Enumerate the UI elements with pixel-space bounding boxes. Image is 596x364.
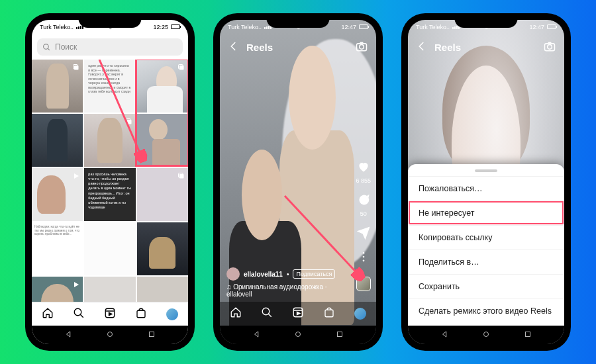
svg-rect-9 <box>179 174 184 179</box>
audio-label[interactable]: ♫ Оригинальная аудиодорожка · ellalovell <box>226 283 343 298</box>
grid-tile-bride[interactable] <box>137 60 188 113</box>
battery-icon <box>171 24 180 29</box>
svg-point-20 <box>108 332 113 336</box>
nav-home[interactable] <box>481 330 491 341</box>
explore-grid[interactable]: один раз что-то спросила и все — беремен… <box>32 60 188 302</box>
nav-recent[interactable] <box>523 330 532 341</box>
carousel-icon <box>177 62 185 74</box>
grid-tile[interactable]: один раз что-то спросила и все — беремен… <box>84 60 135 113</box>
grid-tile[interactable]: Наблюдая: когда что-то идёт не так мы ре… <box>32 222 83 275</box>
svg-rect-21 <box>149 332 154 336</box>
shop-tab[interactable] <box>135 307 147 322</box>
android-nav <box>32 326 188 344</box>
svg-rect-18 <box>137 310 145 318</box>
svg-rect-2 <box>74 66 79 70</box>
carrier: Turk Teleko.. <box>40 24 74 30</box>
svg-point-23 <box>360 44 364 49</box>
sheet-handle[interactable] <box>475 169 497 172</box>
svg-point-28 <box>262 308 270 315</box>
bottom-tabbar <box>32 302 188 326</box>
battery-icon <box>547 24 556 29</box>
sheet-option-report[interactable]: Пожаловаться… <box>408 176 564 201</box>
svg-point-35 <box>296 332 301 336</box>
carrier: Turk Teleko.. <box>228 24 262 30</box>
nav-back[interactable] <box>440 330 450 341</box>
grid-tile[interactable] <box>32 277 83 302</box>
grid-tile[interactable] <box>32 114 83 167</box>
action-rail: 6 855 50 <box>356 160 371 291</box>
action-sheet: Пожаловаться… Не интересует Копировать с… <box>408 164 564 326</box>
grid-tile-dresser[interactable] <box>137 114 188 167</box>
shop-tab[interactable] <box>323 306 335 321</box>
home-tab[interactable] <box>42 307 54 322</box>
reels-header: Reels <box>220 37 376 57</box>
bottom-tabbar <box>220 302 376 326</box>
search-tab[interactable] <box>261 306 273 321</box>
search-tab[interactable] <box>73 307 85 322</box>
profile-tab[interactable] <box>166 308 178 320</box>
svg-rect-36 <box>337 332 342 336</box>
carousel-icon <box>125 116 133 128</box>
svg-point-38 <box>548 44 552 49</box>
svg-line-1 <box>48 48 50 50</box>
more-button[interactable] <box>357 250 370 265</box>
reels-tab[interactable] <box>292 306 304 321</box>
home-tab[interactable] <box>230 306 242 321</box>
sheet-option-not-interested[interactable]: Не интересует <box>408 201 564 225</box>
svg-marker-8 <box>74 173 79 179</box>
sheet-option-copy-link[interactable]: Копировать ссылку <box>408 225 564 250</box>
grid-tile[interactable] <box>84 114 135 167</box>
author-avatar[interactable] <box>226 267 240 281</box>
battery-icon <box>359 24 368 29</box>
profile-tab[interactable] <box>354 308 366 320</box>
author-username[interactable]: ellalovella11 <box>244 271 283 278</box>
share-button[interactable] <box>357 226 370 241</box>
grid-tile[interactable] <box>32 168 83 221</box>
reels-title: Reels <box>246 42 273 53</box>
sheet-option-remix[interactable]: Сделать ремикс этого видео Reels <box>408 298 564 323</box>
notch <box>267 13 330 28</box>
nav-recent[interactable] <box>147 330 156 341</box>
sheet-option-share[interactable]: Поделиться в… <box>408 250 564 274</box>
android-nav <box>220 326 376 344</box>
nav-back[interactable] <box>64 330 74 341</box>
reel-icon <box>72 171 80 183</box>
sheet-option-save[interactable]: Сохранить <box>408 274 564 298</box>
subscribe-button[interactable]: Подписаться <box>293 269 335 279</box>
nav-home[interactable] <box>293 330 303 341</box>
comment-button[interactable] <box>357 193 370 208</box>
svg-line-29 <box>268 314 272 317</box>
nav-back[interactable] <box>252 330 262 341</box>
camera-button[interactable] <box>355 40 368 55</box>
svg-point-25 <box>362 256 364 258</box>
reels-meta: ellalovella11 • Подписаться ♫ Оригинальн… <box>226 267 343 298</box>
nav-recent[interactable] <box>335 330 344 341</box>
grid-tile[interactable] <box>32 60 83 113</box>
grid-tile[interactable] <box>137 168 188 221</box>
clock: 12:47 <box>529 24 544 30</box>
clock: 12:25 <box>153 24 168 30</box>
grid-tile[interactable] <box>84 277 135 302</box>
nav-home[interactable] <box>105 330 115 341</box>
svg-marker-17 <box>109 312 112 316</box>
grid-tile[interactable]: раз просишь человека что-то, чтобы он ра… <box>84 168 135 221</box>
grid-tile[interactable] <box>84 222 135 275</box>
camera-button[interactable] <box>543 40 556 55</box>
svg-marker-34 <box>254 331 258 336</box>
search-placeholder: Поиск <box>55 42 77 52</box>
audio-thumbnail[interactable] <box>356 277 371 291</box>
android-nav <box>408 326 564 344</box>
svg-point-26 <box>362 260 364 262</box>
grid-tile[interactable] <box>137 222 188 275</box>
reels-tab[interactable] <box>104 307 116 322</box>
like-count: 6 855 <box>356 177 371 184</box>
svg-rect-33 <box>325 310 333 317</box>
grid-tile[interactable] <box>137 277 188 302</box>
search-input[interactable]: Поиск <box>37 38 183 56</box>
notch <box>79 13 142 28</box>
svg-marker-11 <box>74 282 79 287</box>
back-button[interactable] <box>416 40 428 54</box>
like-button[interactable] <box>357 160 370 175</box>
back-button[interactable] <box>228 40 240 54</box>
svg-marker-19 <box>66 331 70 336</box>
